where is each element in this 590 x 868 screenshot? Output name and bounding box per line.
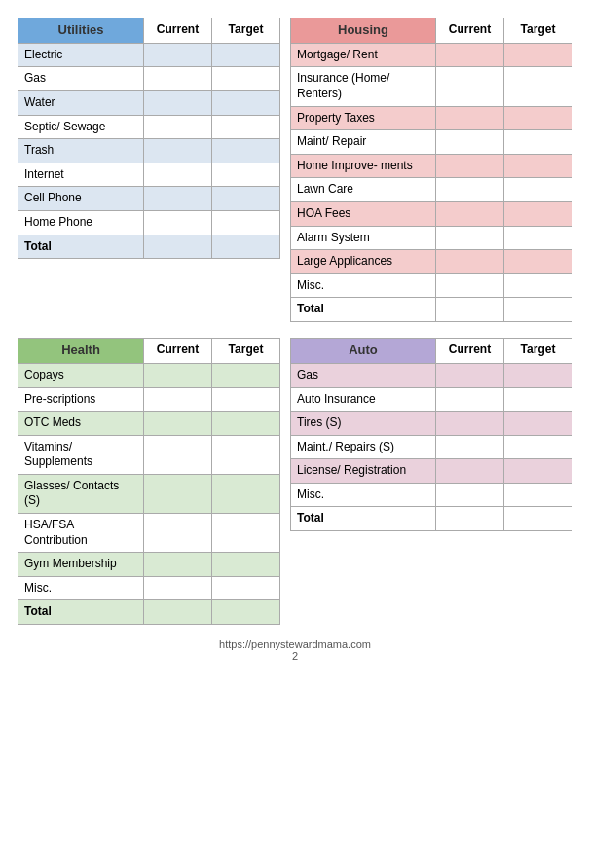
row-current[interactable] [144, 187, 212, 211]
row-label: Mortgage/ Rent [291, 43, 436, 67]
row-current[interactable] [436, 507, 504, 531]
row-current[interactable] [144, 91, 212, 116]
housing-table: Housing Current Target Mortgage/ RentIns… [290, 18, 572, 322]
housing-header: Housing [291, 18, 436, 44]
row-label: Large Applicances [291, 250, 436, 274]
row-label: License/ Registration [291, 459, 436, 484]
row-current[interactable] [144, 474, 212, 513]
row-current[interactable] [144, 576, 212, 600]
row-current[interactable] [436, 459, 504, 484]
row-target[interactable] [212, 67, 280, 91]
row-current[interactable] [436, 43, 504, 67]
row-target[interactable] [212, 363, 280, 387]
row-target[interactable] [504, 507, 572, 531]
row-target[interactable] [212, 43, 280, 67]
row-target[interactable] [504, 363, 572, 387]
row-target[interactable] [504, 250, 572, 274]
row-target[interactable] [504, 226, 572, 250]
row-target[interactable] [504, 130, 572, 155]
row-target[interactable] [504, 435, 572, 459]
auto-header: Auto [291, 339, 436, 364]
row-target[interactable] [212, 435, 280, 474]
row-target[interactable] [504, 459, 572, 484]
row-target[interactable] [504, 483, 572, 507]
row-target[interactable] [212, 115, 280, 139]
row-label: Lawn Care [291, 178, 436, 202]
row-current[interactable] [144, 412, 212, 436]
row-current[interactable] [436, 130, 504, 155]
row-target[interactable] [504, 298, 572, 322]
row-current[interactable] [436, 298, 504, 322]
row-current[interactable] [144, 435, 212, 474]
row-target[interactable] [504, 43, 572, 67]
row-target[interactable] [504, 106, 572, 130]
row-current[interactable] [436, 363, 504, 387]
row-label: HOA Fees [291, 202, 436, 227]
row-current[interactable] [436, 178, 504, 202]
row-current[interactable] [436, 412, 504, 436]
row-current[interactable] [436, 226, 504, 250]
row-target[interactable] [212, 91, 280, 116]
row-target[interactable] [504, 387, 572, 412]
page-wrapper: Utilities Current Target ElectricGasWate… [18, 18, 572, 662]
row-current[interactable] [436, 435, 504, 459]
row-target[interactable] [504, 202, 572, 227]
row-current[interactable] [436, 67, 504, 106]
row-target[interactable] [212, 553, 280, 577]
row-target[interactable] [212, 514, 280, 553]
row-label: Property Taxes [291, 106, 436, 130]
row-target[interactable] [212, 474, 280, 513]
table-row: Total [18, 600, 280, 625]
row-current[interactable] [144, 43, 212, 67]
row-label: Total [18, 600, 144, 625]
row-label: Auto Insurance [291, 387, 436, 412]
row-current[interactable] [144, 387, 212, 412]
top-section: Utilities Current Target ElectricGasWate… [18, 18, 572, 322]
row-target[interactable] [212, 576, 280, 600]
row-current[interactable] [144, 163, 212, 187]
row-target[interactable] [504, 412, 572, 436]
row-current[interactable] [144, 600, 212, 625]
table-row: Vitamins/ Supplements [18, 435, 280, 474]
row-label: Vitamins/ Supplements [18, 435, 144, 474]
table-row: Trash [18, 139, 280, 163]
utilities-target-header: Target [212, 18, 280, 44]
row-target[interactable] [212, 600, 280, 625]
row-target[interactable] [504, 154, 572, 178]
row-current[interactable] [436, 273, 504, 298]
row-current[interactable] [144, 363, 212, 387]
row-target[interactable] [212, 387, 280, 412]
table-row: Home Phone [18, 211, 280, 235]
row-current[interactable] [436, 154, 504, 178]
table-row: HSA/FSA Contribution [18, 514, 280, 553]
row-current[interactable] [144, 67, 212, 91]
row-current[interactable] [436, 250, 504, 274]
table-row: Misc. [18, 576, 280, 600]
row-current[interactable] [144, 115, 212, 139]
row-current[interactable] [144, 211, 212, 235]
row-current[interactable] [436, 387, 504, 412]
row-target[interactable] [504, 67, 572, 106]
page-number: 2 [18, 650, 572, 662]
housing-current-header: Current [436, 18, 504, 44]
row-current[interactable] [144, 235, 212, 259]
row-current[interactable] [144, 514, 212, 553]
row-current[interactable] [436, 483, 504, 507]
row-current[interactable] [144, 553, 212, 577]
table-row: Insurance (Home/ Renters) [291, 67, 572, 106]
row-target[interactable] [212, 412, 280, 436]
row-current[interactable] [144, 139, 212, 163]
row-label: Total [18, 235, 144, 259]
row-target[interactable] [504, 178, 572, 202]
row-current[interactable] [436, 202, 504, 227]
row-label: Tires (S) [291, 412, 436, 436]
row-target[interactable] [212, 163, 280, 187]
row-target[interactable] [212, 187, 280, 211]
row-target[interactable] [212, 235, 280, 259]
table-row: HOA Fees [291, 202, 572, 227]
table-row: Total [18, 235, 280, 259]
row-target[interactable] [504, 273, 572, 298]
row-current[interactable] [436, 106, 504, 130]
row-target[interactable] [212, 211, 280, 235]
row-target[interactable] [212, 139, 280, 163]
